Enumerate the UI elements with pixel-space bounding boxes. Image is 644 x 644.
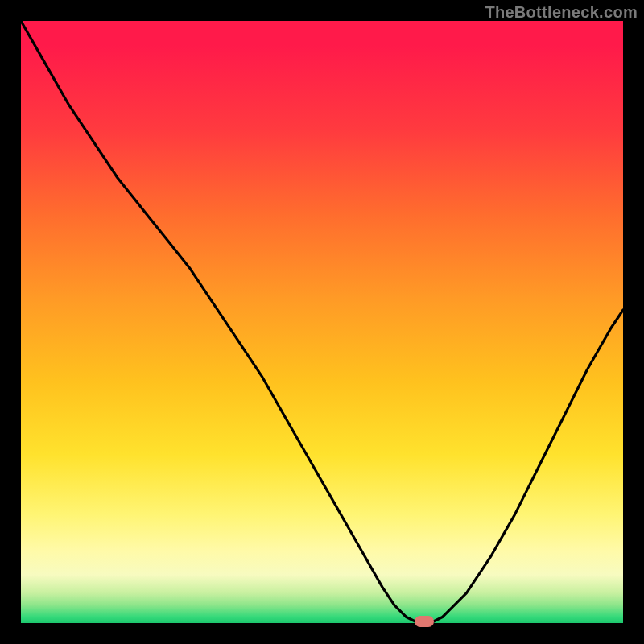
chart-frame: TheBottleneck.com [0,0,644,644]
watermark-text: TheBottleneck.com [485,3,638,22]
chart-curve-layer [21,21,623,623]
bottleneck-curve [21,21,623,623]
optimum-marker [415,616,434,627]
